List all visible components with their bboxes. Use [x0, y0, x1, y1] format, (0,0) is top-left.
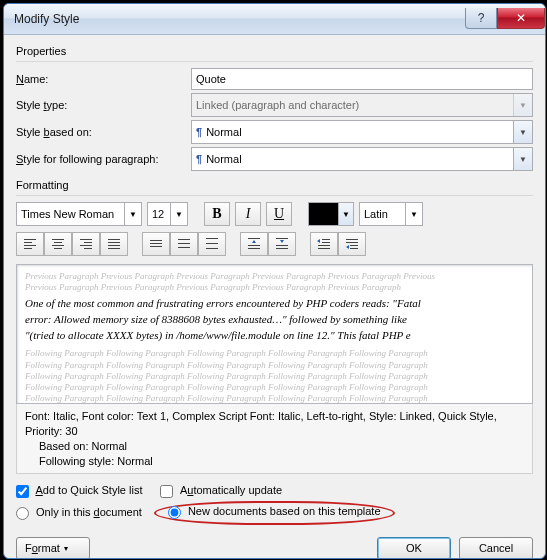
font-color-button[interactable]: ▼	[308, 202, 354, 226]
style-type-combo: Linked (paragraph and character) ▼	[191, 93, 533, 117]
style-description: Font: Italic, Font color: Text 1, Comple…	[16, 404, 533, 474]
cancel-button[interactable]: Cancel	[459, 537, 533, 559]
help-button[interactable]: ?	[465, 8, 497, 29]
chevron-down-icon[interactable]: ▼	[338, 203, 353, 225]
align-right-button[interactable]	[72, 232, 100, 256]
font-size-combo[interactable]: 12 ▼	[147, 202, 188, 226]
style-type-label: Style type:	[16, 99, 191, 111]
name-input[interactable]	[191, 68, 533, 90]
modify-style-dialog: Modify Style ? ✕ Properties Name: Style …	[3, 3, 546, 559]
space-before-dec-button[interactable]	[268, 232, 296, 256]
new-documents-radio[interactable]: New documents based on this template	[168, 505, 381, 519]
color-swatch	[309, 203, 338, 225]
chevron-down-icon[interactable]: ▼	[124, 203, 141, 225]
align-center-button[interactable]	[44, 232, 72, 256]
chevron-down-icon[interactable]: ▼	[170, 203, 187, 225]
preview-pane: Previous Paragraph Previous Paragraph Pr…	[16, 264, 533, 404]
pilcrow-icon: ¶	[196, 126, 202, 138]
font-name-combo[interactable]: Times New Roman ▼	[16, 202, 142, 226]
bold-button[interactable]: B	[204, 202, 230, 226]
following-label: Style for following paragraph:	[16, 153, 191, 165]
titlebar: Modify Style ? ✕	[4, 4, 545, 35]
pilcrow-icon: ¶	[196, 153, 202, 165]
following-combo[interactable]: ¶ Normal ▼	[191, 147, 533, 171]
chevron-down-icon[interactable]: ▼	[405, 203, 422, 225]
spacing-2-button[interactable]	[198, 232, 226, 256]
window-title: Modify Style	[14, 12, 465, 26]
chevron-down-icon[interactable]: ▼	[513, 148, 532, 170]
align-justify-button[interactable]	[100, 232, 128, 256]
spacing-1-button[interactable]	[142, 232, 170, 256]
format-button[interactable]: Format▾	[16, 537, 90, 559]
only-document-radio[interactable]: Only in this document	[16, 506, 142, 520]
based-on-combo[interactable]: ¶ Normal ▼	[191, 120, 533, 144]
spacing-15-button[interactable]	[170, 232, 198, 256]
space-before-inc-button[interactable]	[240, 232, 268, 256]
name-label: Name:	[16, 73, 191, 85]
formatting-group-label: Formatting	[16, 179, 533, 191]
quick-style-checkbox[interactable]: Add to Add to Quick Style listQuick Styl…	[16, 484, 142, 498]
based-on-label: Style based on:	[16, 126, 191, 138]
properties-group-label: Properties	[16, 45, 533, 57]
indent-increase-button[interactable]	[338, 232, 366, 256]
align-left-button[interactable]	[16, 232, 44, 256]
chevron-down-icon: ▼	[513, 94, 532, 116]
ok-button[interactable]: OK	[377, 537, 451, 559]
auto-update-checkbox[interactable]: Automatically update	[160, 484, 282, 498]
script-combo[interactable]: Latin ▼	[359, 202, 423, 226]
underline-button[interactable]: U	[266, 202, 292, 226]
close-button[interactable]: ✕	[497, 8, 545, 29]
indent-decrease-button[interactable]	[310, 232, 338, 256]
italic-button[interactable]: I	[235, 202, 261, 226]
chevron-down-icon[interactable]: ▼	[513, 121, 532, 143]
